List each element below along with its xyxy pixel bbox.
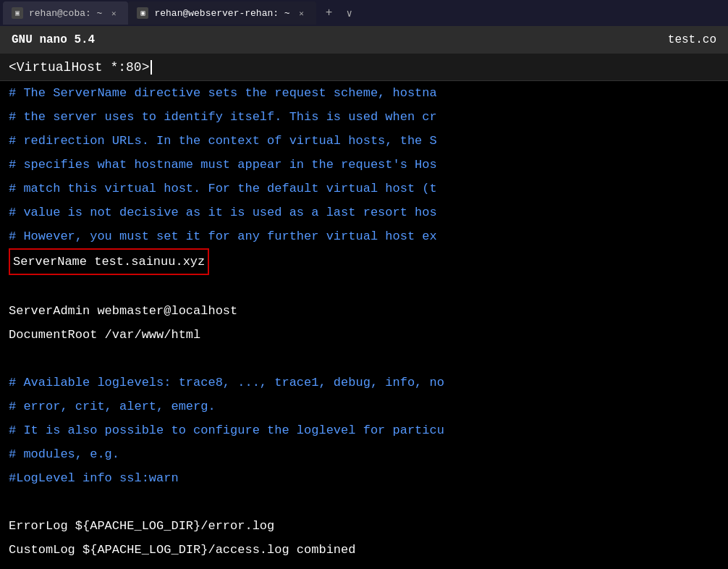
editor-line: # specifies what hostname must appear in… [9,153,719,177]
editor-line: # error, crit, alert, emerg. [9,395,719,418]
editor-line: # redirection URLs. In the context of vi… [9,129,719,153]
editor-line: # It is also possible to configure the l… [9,418,719,442]
editor-line: CustomLog ${APACHE_LOG_DIR}/access.log c… [9,538,719,562]
tab-1-close[interactable]: ✕ [108,7,119,19]
terminal-icon-1: ▣ [12,7,23,19]
tab-2-close[interactable]: ✕ [296,7,308,19]
editor-line: ServerAdmin webmaster@localhost [9,299,719,323]
terminal-icon-2: ▣ [137,7,148,19]
editor-line: DocumentRoot /var/www/html [9,323,719,347]
editor-line [9,347,719,371]
editor-content: # The ServerName directive sets the requ… [0,81,728,569]
header-filename: test.co [668,33,716,46]
tab-2[interactable]: ▣ rehan@webserver-rehan: ~ ✕ [128,1,316,25]
editor-line: # Available loglevels: trace8, ..., trac… [9,371,719,395]
header-title: GNU nano 5.4 [12,33,95,46]
tab-add-button[interactable]: + [319,3,339,23]
tab-dropdown-button[interactable]: ∨ [339,3,360,23]
editor-line: # match this virtual host. For the defau… [9,177,719,201]
editor-line: # The ServerName directive sets the requ… [9,81,719,105]
tab-1-label: rehan@coba: ~ [29,8,102,19]
editor-line: ErrorLog ${APACHE_LOG_DIR}/error.log [9,514,719,538]
tab-1[interactable]: ▣ rehan@coba: ~ ✕ [3,1,128,25]
virtualhost-bar: <VirtualHost *:80> [0,54,728,81]
editor-line [9,275,719,299]
header-bar: GNU nano 5.4 test.co [0,26,728,54]
editor-line: # However, you must set it for any furth… [9,224,719,248]
editor-line: # modules, e.g. [9,442,719,466]
editor-line: # the server uses to identify itself. Th… [9,105,719,129]
tab-2-label: rehan@webserver-rehan: ~ [154,8,289,19]
tab-bar: ▣ rehan@coba: ~ ✕ ▣ rehan@webserver-reha… [0,0,728,26]
virtualhost-text: <VirtualHost *:80> [9,60,152,75]
editor-line: #LogLevel info ssl:warn [9,466,719,490]
editor-line: # value is not decisive as it is used as… [9,201,719,224]
editor-line [9,490,719,514]
highlighted-directive: ServerName test.sainuu.xyz [9,248,209,275]
editor-line: ServerName test.sainuu.xyz [9,248,719,275]
